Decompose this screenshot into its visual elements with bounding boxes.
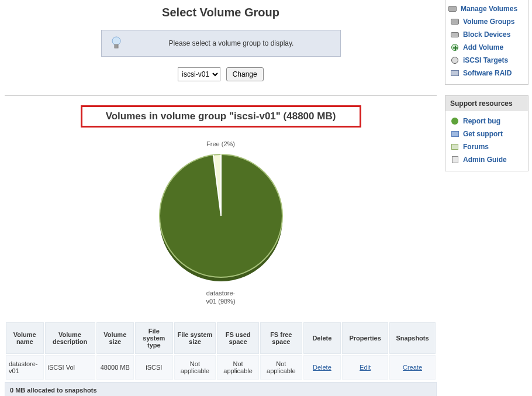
sidebar-link-volume-groups[interactable]: Volume Groups: [463, 18, 514, 26]
cell-fs-free: Not applicable: [260, 355, 302, 380]
sidebar-item-block-devices[interactable]: Block Devices: [448, 28, 526, 41]
sidebar-link-block-devices[interactable]: Block Devices: [463, 30, 510, 39]
usage-pie-chart: Free (2%) datastore- v01 (98%): [5, 140, 437, 306]
pie-used-label: datastore- v01 (98%): [5, 290, 437, 306]
sidebar-link-add-volume[interactable]: Add Volume: [463, 43, 503, 51]
manage-volumes-box: Manage Volumes Volume Groups Block Devic…: [445, 0, 528, 85]
support-icon: [450, 129, 460, 139]
sidebar-link-get-support[interactable]: Get support: [463, 130, 503, 138]
cell-volume-name: datastore-v01: [6, 355, 44, 380]
th-volume-size: Volume size: [96, 322, 134, 354]
delete-link[interactable]: Delete: [313, 364, 331, 371]
change-button[interactable]: Change: [226, 67, 264, 81]
svg-point-0: [112, 37, 120, 45]
bug-icon: [450, 116, 460, 126]
sidebar-item-iscsi-targets[interactable]: iSCSI Targets: [448, 54, 526, 67]
th-snapshots: Snapshots: [389, 322, 436, 354]
volumes-table: Volume name Volume description Volume si…: [5, 321, 437, 381]
th-volume-name: Volume name: [6, 322, 44, 354]
sidebar-item-add-volume[interactable]: Add Volume: [448, 41, 526, 54]
th-delete: Delete: [303, 322, 341, 354]
disk-icon: [450, 17, 460, 26]
svg-rect-1: [115, 44, 118, 48]
target-icon: [450, 56, 460, 65]
sidebar-link-report-bug[interactable]: Report bug: [463, 117, 500, 125]
create-snapshot-link[interactable]: Create: [403, 364, 422, 371]
cell-fs-size: Not applicable: [174, 355, 216, 380]
th-fs-used: FS used space: [217, 322, 259, 354]
pie-svg: [154, 149, 288, 287]
sidebar-link-forums[interactable]: Forums: [463, 143, 489, 151]
cell-volume-desc: iSCSI Vol: [45, 355, 95, 380]
sidebar-item-report-bug[interactable]: Report bug: [448, 115, 526, 128]
th-volume-desc: Volume description: [45, 322, 95, 354]
vg-selector-row: iscsi-v01 Change: [5, 67, 437, 81]
lightbulb-icon: [110, 35, 123, 51]
support-resources-box: Support resources Report bug Get support…: [445, 95, 528, 171]
cell-fs-used: Not applicable: [217, 355, 259, 380]
drive-icon: [450, 30, 460, 39]
th-properties: Properties: [342, 322, 388, 354]
sidebar-link-iscsi-targets[interactable]: iSCSI Targets: [463, 56, 508, 64]
sidebar-item-volume-groups[interactable]: Volume Groups: [448, 15, 526, 28]
divider: [5, 95, 437, 96]
sidebar-link-manage-volumes[interactable]: Manage Volumes: [461, 5, 517, 13]
volumes-section-title: Volumes in volume group "iscsi-v01" (488…: [81, 105, 361, 128]
sidebar-item-software-raid[interactable]: Software RAID: [448, 67, 526, 80]
cell-volume-size: 48000 MB: [96, 355, 134, 380]
th-fs-free: FS free space: [260, 322, 302, 354]
hint-text: Please select a volume group to display.: [131, 39, 332, 47]
page-title: Select Volume Group: [5, 6, 437, 19]
sidebar-link-admin-guide[interactable]: Admin Guide: [463, 156, 507, 164]
vg-select[interactable]: iscsi-v01: [178, 67, 220, 81]
snapshots-allocated-row: 0 MB allocated to snapshots: [5, 382, 437, 397]
table-header-row: Volume name Volume description Volume si…: [6, 322, 436, 354]
pie-free-label: Free (2%): [5, 140, 437, 147]
edit-link[interactable]: Edit: [360, 364, 371, 371]
hint-box: Please select a volume group to display.: [101, 30, 341, 57]
support-resources-header: Support resources: [445, 96, 528, 111]
sidebar-item-forums[interactable]: Forums: [448, 140, 526, 153]
cell-fs-type: iSCSI: [135, 355, 173, 380]
th-fs-type: File system type: [135, 322, 173, 354]
raid-icon: [450, 68, 460, 78]
plus-icon: [450, 43, 460, 52]
sidebar-item-admin-guide[interactable]: Admin Guide: [448, 153, 526, 166]
volumes-icon: [448, 4, 457, 13]
table-row: datastore-v01 iSCSI Vol 48000 MB iSCSI N…: [6, 355, 436, 380]
sidebar-link-software-raid[interactable]: Software RAID: [463, 69, 512, 77]
sidebar-header-manage-volumes: Manage Volumes: [448, 2, 526, 15]
sidebar-item-get-support[interactable]: Get support: [448, 128, 526, 140]
forum-icon: [450, 142, 460, 151]
th-fs-size: File system size: [174, 322, 216, 354]
guide-icon: [450, 155, 460, 164]
